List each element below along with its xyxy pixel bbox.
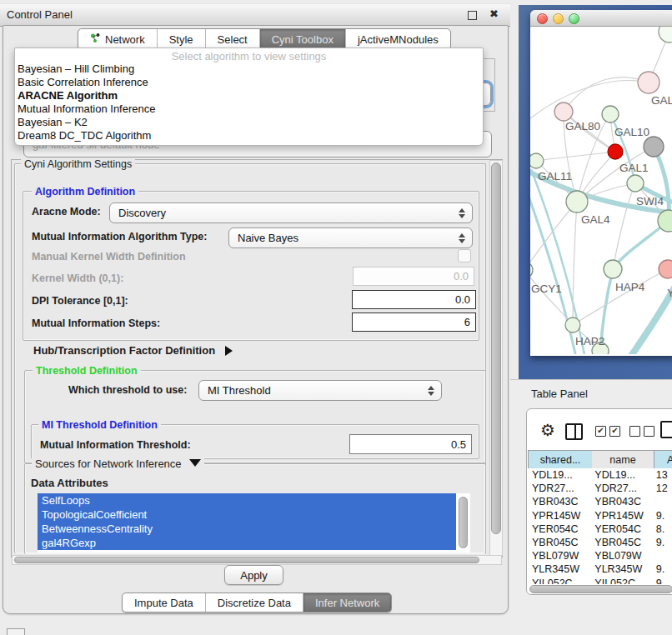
table-cell: YPR145W — [590, 510, 652, 522]
document-icon[interactable] — [660, 421, 672, 438]
tab-network[interactable]: Network — [78, 29, 158, 49]
control-panel-titlebar: Control Panel ✖ — [0, 3, 510, 27]
algorithm-option-bayesian-k2[interactable]: Bayesian – K2 — [15, 116, 483, 129]
checked-boxes-icon[interactable]: ✔✔ — [595, 426, 620, 437]
network-window-titlebar[interactable] — [530, 10, 672, 27]
table-cell: YBR043C — [528, 496, 590, 508]
network-node[interactable] — [604, 260, 622, 278]
network-node[interactable] — [627, 175, 644, 192]
network-edge — [530, 81, 649, 126]
tab-impute-data[interactable]: Impute Data — [123, 593, 206, 612]
gear-icon[interactable]: ⚙ — [540, 420, 555, 440]
traffic-light-minimize-icon[interactable] — [553, 13, 564, 24]
network-window[interactable]: GALGAL80GAL10GAL11GAL1SWI4GAL4GCY1HAP4YH… — [530, 10, 672, 356]
network-node[interactable] — [602, 106, 619, 122]
table-row[interactable]: YER054CYER054C8. — [528, 522, 672, 536]
traffic-light-zoom-icon[interactable] — [569, 13, 579, 24]
column-header-shared-name[interactable]: shared... — [528, 450, 593, 468]
algorithm-option-aracne-algorithm[interactable]: ARACNE Algorithm — [15, 89, 483, 102]
node-label-gal11: GAL11 — [538, 170, 572, 182]
table-horizontal-scrollbar[interactable] — [529, 585, 672, 592]
table-row[interactable]: YBR043CYBR043C — [528, 495, 672, 508]
tab-select[interactable]: Select — [206, 29, 260, 49]
algorithm-definition-title: Algorithm Definition — [32, 186, 138, 198]
node-label-gal4: GAL4 — [581, 213, 610, 226]
mi-threshold-value: 0.5 — [451, 438, 466, 451]
settings-horizontal-scrollbar[interactable] — [12, 555, 502, 565]
apply-button[interactable]: Apply — [224, 565, 283, 585]
dpi-tolerance-input[interactable]: 0.0 — [352, 290, 476, 309]
network-node[interactable] — [608, 144, 623, 159]
table-row[interactable]: YDR27...YDR27...12 — [528, 482, 672, 495]
node-label-gal10: GAL10 — [614, 126, 649, 138]
table-row[interactable]: YLR345WYLR345W9. — [528, 562, 672, 576]
unchecked-boxes-icon[interactable] — [629, 426, 654, 437]
kernel-width-input[interactable]: 0.0 — [353, 267, 474, 286]
table-cell: YDR27... — [528, 482, 590, 494]
manual-kernel-checkbox[interactable] — [458, 249, 471, 262]
attribute-item-betweennesscentrality[interactable]: BetweennessCentrality — [38, 522, 456, 536]
network-node[interactable] — [638, 72, 659, 93]
tab-infer-network[interactable]: Infer Network — [303, 593, 391, 612]
tab-cyni-toolbox[interactable]: Cyni Toolbox — [260, 29, 346, 49]
algorithm-option-mutual-information-inference[interactable]: Mutual Information Inference — [15, 102, 483, 116]
float-window-icon[interactable] — [468, 11, 477, 20]
tab-style[interactable]: Style — [158, 29, 206, 49]
column-header-name[interactable]: name — [592, 450, 654, 468]
table-cell: YIL052C — [528, 578, 590, 584]
sources-title-row[interactable]: Sources for Network Inference — [32, 458, 204, 470]
traffic-light-close-icon[interactable] — [537, 13, 548, 24]
table-row[interactable]: YDL19...YDL19...13 — [528, 468, 672, 482]
mi-type-label: Mutual Information Algorithm Type: — [32, 231, 207, 242]
tab-jactivemnodules[interactable]: jActiveMNodules — [346, 29, 450, 49]
algorithm-option-basic-correlation-inference[interactable]: Basic Correlation Inference — [15, 76, 483, 89]
column-header-partial[interactable]: A — [654, 450, 672, 468]
table-row[interactable]: YBL079WYBL079W — [528, 549, 672, 562]
network-node[interactable] — [530, 153, 544, 168]
network-node[interactable] — [644, 137, 664, 157]
tab-discretize-data[interactable]: Discretize Data — [206, 593, 303, 612]
mi-steps-input[interactable]: 6 — [352, 312, 476, 332]
data-attributes-list[interactable]: SelfLoopsTopologicalCoefficientBetweenne… — [38, 493, 470, 552]
table-row[interactable]: YPR145WYPR145W9. — [528, 509, 672, 522]
mi-type-combo[interactable]: Naive Bayes — [228, 228, 473, 248]
minimized-panel-button[interactable] — [7, 628, 25, 635]
attributes-list-scrollbar[interactable] — [459, 497, 468, 548]
close-window-icon[interactable]: ✖ — [489, 8, 499, 20]
sources-title: Sources for Network Inference — [35, 458, 182, 470]
tab-label: Network — [105, 33, 145, 46]
table-cell: 9. — [652, 563, 672, 575]
network-node[interactable] — [554, 102, 573, 121]
columns-icon[interactable] — [565, 423, 583, 440]
network-node[interactable] — [566, 191, 588, 212]
node-label-hap2: HAP2 — [575, 335, 604, 348]
mi-threshold-input[interactable]: 0.5 — [349, 434, 472, 454]
algorithm-option-dream8-dc-tdc-algorithm[interactable]: Dream8 DC_TDC Algorithm — [15, 129, 483, 142]
network-node[interactable] — [659, 27, 672, 42]
table-row[interactable]: YBR045CYBR045C9. — [528, 536, 672, 549]
table-cell: 12 — [652, 482, 672, 494]
table-cell: 13 — [652, 469, 672, 481]
attribute-item-selfloops[interactable]: SelfLoops — [38, 493, 456, 508]
table-cell: YDR27... — [590, 482, 652, 494]
network-node[interactable] — [565, 318, 580, 332]
which-threshold-combo[interactable]: MI Threshold — [198, 380, 442, 401]
tab-label: Select — [218, 33, 248, 46]
network-node[interactable] — [530, 262, 533, 278]
hub-definition-toggle[interactable]: Hub/Transcription Factor Definition — [33, 344, 233, 357]
aracne-mode-combo[interactable]: Discovery — [109, 202, 473, 223]
node-label-hap4: HAP4 — [615, 281, 645, 293]
table-cell: YBR045C — [590, 537, 652, 548]
table-row[interactable]: YIL052CYIL052C9 — [528, 577, 672, 585]
algorithm-option-bayesian-hill-climbing[interactable]: Bayesian – Hill Climbing — [15, 62, 483, 76]
network-canvas[interactable]: GALGAL80GAL10GAL11GAL1SWI4GAL4GCY1HAP4YH… — [530, 27, 672, 355]
tab-label: Infer Network — [315, 597, 379, 609]
mi-type-value: Naive Bayes — [229, 232, 455, 244]
attribute-item-topologicalcoefficient[interactable]: TopologicalCoefficient — [38, 508, 456, 522]
attribute-item-gal4rgexp[interactable]: gal4RGexp — [38, 536, 456, 550]
table-cell: YER054C — [590, 523, 652, 535]
network-node[interactable] — [659, 260, 672, 278]
network-edge — [536, 152, 615, 161]
mi-threshold-title: MI Threshold Definition — [38, 419, 161, 431]
settings-vertical-scrollbar[interactable] — [489, 160, 503, 556]
